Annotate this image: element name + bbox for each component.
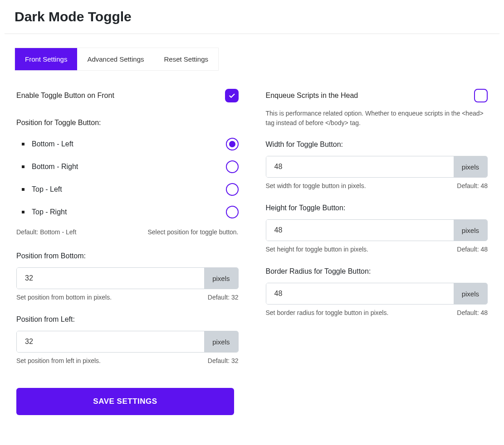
width-label: Width for Toggle Button: — [266, 140, 488, 149]
position-option: Bottom - Right — [16, 160, 239, 173]
bullet-icon — [22, 188, 24, 191]
enqueue-scripts-description: This is performance related option. Whet… — [266, 109, 488, 128]
position-option: Top - Right — [16, 206, 239, 218]
tab-front-settings[interactable]: Front Settings — [15, 48, 77, 70]
pixels-addon: pixels — [204, 331, 238, 352]
position-from-bottom-input[interactable] — [17, 268, 204, 289]
enqueue-scripts-label: Enqueue Scripts in the Head — [266, 92, 358, 100]
position-option: Bottom - Left — [16, 138, 239, 150]
height-input[interactable] — [266, 220, 454, 241]
position-from-left-input[interactable] — [17, 331, 204, 352]
position-from-left-help: Set position from left in pixels. — [16, 357, 101, 364]
enable-toggle-label: Enable Toggle Button on Front — [16, 92, 114, 100]
position-option-label: Bottom - Left — [32, 140, 73, 148]
height-help: Set height for toggle button in pixels. — [266, 246, 368, 253]
position-from-bottom-help: Set position from bottom in pixels. — [16, 294, 112, 301]
bullet-icon — [22, 211, 24, 213]
tabs: Front SettingsAdvanced SettingsReset Set… — [15, 48, 219, 71]
position-default-text: Default: Bottom - Left — [16, 228, 76, 236]
position-option: Top - Left — [16, 183, 239, 196]
border-radius-label: Border Radius for Toggle Button: — [266, 267, 488, 276]
position-from-left-label: Position from Left: — [16, 315, 239, 324]
position-label: Position for Toggle Button: — [16, 119, 239, 127]
position-from-bottom-label: Position from Bottom: — [16, 252, 239, 260]
border-radius-block: Border Radius for Toggle Button: pixels … — [266, 267, 488, 316]
width-default: Default: 48 — [457, 182, 488, 189]
position-option-label: Top - Left — [32, 185, 62, 193]
height-label: Height for Toggle Button: — [266, 204, 488, 212]
width-input[interactable] — [266, 156, 454, 177]
height-block: Height for Toggle Button: pixels Set hei… — [266, 204, 488, 253]
position-radio[interactable] — [226, 160, 239, 173]
pixels-addon: pixels — [204, 268, 238, 289]
border-radius-default: Default: 48 — [457, 309, 488, 316]
position-option-label: Bottom - Right — [32, 163, 78, 171]
position-option-label: Top - Right — [32, 208, 67, 216]
position-from-left-block: Position from Left: pixels Set position … — [16, 315, 239, 364]
position-radio-group: Bottom - LeftBottom - RightTop - LeftTop… — [16, 138, 239, 218]
bullet-icon — [22, 165, 24, 168]
width-block: Width for Toggle Button: pixels Set widt… — [266, 140, 488, 189]
position-from-left-default: Default: 32 — [208, 357, 239, 364]
tab-reset-settings[interactable]: Reset Settings — [154, 48, 218, 70]
save-settings-button[interactable]: SAVE SETTINGS — [16, 388, 234, 415]
position-radio[interactable] — [226, 138, 239, 150]
border-radius-input[interactable] — [266, 283, 454, 304]
position-from-bottom-default: Default: 32 — [208, 294, 239, 301]
position-radio[interactable] — [226, 206, 239, 218]
enqueue-scripts-checkbox[interactable] — [474, 89, 488, 102]
position-from-bottom-block: Position from Bottom: pixels Set positio… — [16, 252, 239, 301]
left-column: Enable Toggle Button on Front Position f… — [16, 89, 239, 415]
height-default: Default: 48 — [457, 246, 488, 253]
width-help: Set width for toggle button in pixels. — [266, 182, 366, 189]
pixels-addon: pixels — [454, 220, 487, 241]
tab-advanced-settings[interactable]: Advanced Settings — [77, 48, 154, 70]
border-radius-help: Set border radius for toggle button in p… — [266, 309, 389, 316]
position-help-text: Select position for toggle button. — [147, 228, 238, 236]
check-icon — [228, 92, 236, 100]
right-column: Enqueue Scripts in the Head This is perf… — [266, 89, 488, 415]
page-title: Dark Mode Toggle — [15, 9, 504, 24]
enable-toggle-checkbox[interactable] — [225, 89, 239, 102]
pixels-addon: pixels — [454, 156, 487, 177]
pixels-addon: pixels — [454, 283, 487, 304]
bullet-icon — [22, 143, 24, 145]
position-radio[interactable] — [226, 183, 239, 196]
divider — [5, 34, 499, 34]
